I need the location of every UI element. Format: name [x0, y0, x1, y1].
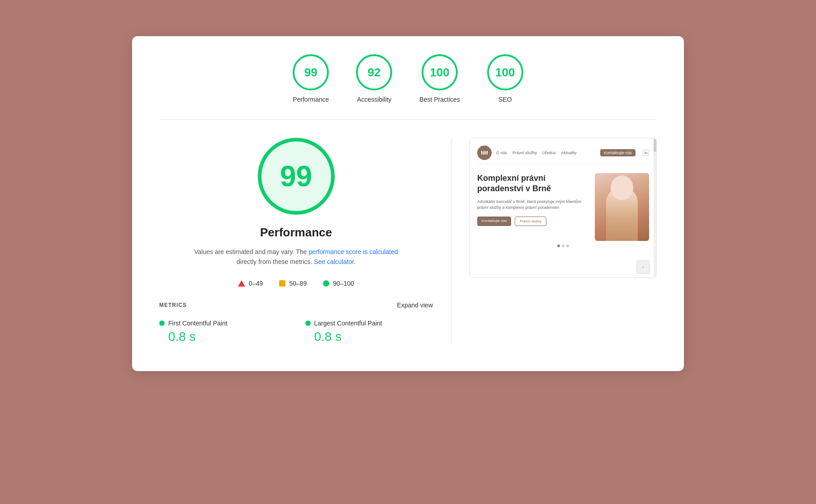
preview-primary-btn: Kontaktujte nás: [477, 217, 511, 226]
legend-range-orange: 50–89: [289, 280, 307, 287]
score-circle-seo: 100: [487, 54, 523, 90]
green-circle-icon: [323, 280, 329, 287]
preview-heading: Komplexní právní poradenství v Brně: [477, 173, 588, 194]
preview-nav-cta: Kontaktujte nás: [600, 149, 636, 156]
vertical-divider: [451, 138, 451, 344]
preview-inner: NM O nás Právní služby Úředna Aktuality …: [470, 138, 656, 278]
metrics-label: METRICS: [159, 302, 187, 308]
score-label-best-practices: Best Practices: [419, 96, 460, 103]
performance-score-link[interactable]: performance score is calculated: [308, 248, 398, 255]
big-score-number: 99: [280, 160, 312, 193]
preview-nav: NM O nás Právní služby Úředna Aktuality …: [477, 146, 649, 164]
preview-logo: NM: [477, 146, 492, 160]
preview-dot-1: [557, 245, 560, 247]
score-circle-accessibility: 92: [356, 54, 392, 90]
red-triangle-icon: [238, 280, 245, 287]
preview-dot-2: [562, 245, 565, 247]
score-circle-best-practices: 100: [422, 54, 458, 90]
preview-image: [595, 173, 649, 241]
website-preview: NM O nás Právní služby Úředna Aktuality …: [470, 138, 657, 278]
metric-lcp-name-row: Largest Contentful Paint: [305, 320, 433, 327]
metric-fcp-value: 0.8 s: [159, 330, 287, 344]
metric-lcp-dot: [305, 320, 311, 326]
big-score-container: 99 Performance Values are estimated and …: [159, 138, 433, 267]
score-circle-performance: 99: [293, 54, 329, 90]
legend-item-orange: 50–89: [279, 280, 307, 287]
preview-secondary-btn: Právní služby: [515, 217, 546, 226]
score-description: Values are estimated and may vary. The p…: [194, 247, 398, 267]
legend-row: 0–49 50–89 90–100: [159, 280, 433, 287]
expand-view-button[interactable]: Expand view: [397, 301, 433, 309]
orange-square-icon: [279, 280, 285, 287]
score-performance: 99 Performance: [293, 54, 329, 103]
metric-lcp: Largest Contentful Paint 0.8 s: [305, 320, 433, 344]
metric-fcp: First Contentful Paint 0.8 s: [159, 320, 287, 344]
calculator-link[interactable]: See calculator.: [314, 258, 356, 265]
score-seo: 100 SEO: [487, 54, 523, 103]
recaptcha-badge: r: [636, 260, 650, 274]
metrics-header: METRICS Expand view: [159, 301, 433, 316]
preview-scrollbar: [654, 138, 656, 278]
score-label-accessibility: Accessibility: [357, 96, 391, 103]
metric-lcp-value: 0.8 s: [305, 330, 433, 344]
preview-buttons: Kontaktujte nás Právní služby: [477, 217, 588, 226]
legend-range-red: 0–49: [249, 280, 263, 287]
preview-dot-3: [566, 245, 569, 247]
metric-fcp-name: First Contentful Paint: [168, 320, 228, 327]
big-score-title: Performance: [260, 226, 332, 240]
preview-text-block: Komplexní právní poradenství v Brně Advo…: [477, 173, 588, 241]
content-row: 99 Performance Values are estimated and …: [159, 138, 657, 344]
preview-nav-links: O nás Právní služby Úředna Aktuality: [496, 151, 577, 155]
metrics-grid: First Contentful Paint 0.8 s Largest Con…: [159, 320, 433, 344]
metric-lcp-name: Largest Contentful Paint: [314, 320, 382, 327]
big-score-circle: 99: [258, 138, 335, 215]
scores-row: 99 Performance 92 Accessibility 100 Best…: [159, 54, 657, 120]
preview-content: Komplexní právní poradenství v Brně Advo…: [477, 173, 649, 241]
main-card: 99 Performance 92 Accessibility 100 Best…: [132, 36, 684, 371]
preview-body-text: Advokátní kancelář v Brně, která poskytu…: [477, 199, 588, 211]
left-panel: 99 Performance Values are estimated and …: [159, 138, 433, 344]
legend-item-green: 90–100: [323, 280, 354, 287]
metric-fcp-dot: [159, 320, 165, 326]
score-label-seo: SEO: [498, 96, 512, 103]
score-best-practices: 100 Best Practices: [419, 54, 460, 103]
legend-item-red: 0–49: [238, 280, 263, 287]
right-panel: NM O nás Právní služby Úředna Aktuality …: [470, 138, 657, 278]
preview-scroll-thumb: [654, 138, 656, 152]
score-accessibility: 92 Accessibility: [356, 54, 392, 103]
preview-dots: [477, 245, 649, 247]
score-label-performance: Performance: [293, 96, 329, 103]
metric-fcp-name-row: First Contentful Paint: [159, 320, 287, 327]
linkedin-icon: in: [643, 150, 649, 156]
legend-range-green: 90–100: [333, 280, 354, 287]
